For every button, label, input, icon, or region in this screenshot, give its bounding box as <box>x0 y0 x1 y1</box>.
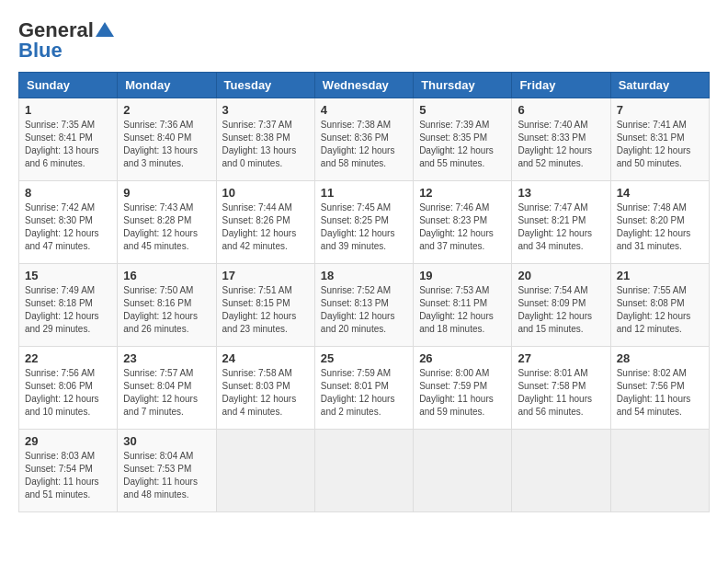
daylight: Daylight: 12 hours and 42 minutes. <box>222 228 297 251</box>
daylight: Daylight: 12 hours and 31 minutes. <box>617 228 691 251</box>
cell-content: Sunrise: 7:58 AM Sunset: 8:03 PM Dayligh… <box>222 367 309 419</box>
sunset: Sunset: 7:54 PM <box>25 464 93 474</box>
cell-content: Sunrise: 7:53 AM Sunset: 8:11 PM Dayligh… <box>419 284 506 336</box>
sunset: Sunset: 8:28 PM <box>123 215 191 225</box>
calendar-cell <box>610 430 709 512</box>
day-number: 8 <box>25 186 111 200</box>
calendar-cell: 6 Sunrise: 7:40 AM Sunset: 8:33 PM Dayli… <box>512 98 610 181</box>
calendar-week: 29 Sunrise: 8:03 AM Sunset: 7:54 PM Dayl… <box>19 430 710 512</box>
daylight: Daylight: 12 hours and 52 minutes. <box>518 145 592 168</box>
calendar-cell: 2 Sunrise: 7:36 AM Sunset: 8:40 PM Dayli… <box>118 98 216 181</box>
calendar-cell: 23 Sunrise: 7:57 AM Sunset: 8:04 PM Dayl… <box>118 347 216 430</box>
daylight: Daylight: 12 hours and 10 minutes. <box>25 394 99 417</box>
calendar-cell: 9 Sunrise: 7:43 AM Sunset: 8:28 PM Dayli… <box>118 181 216 264</box>
weekday-header: Saturday <box>610 73 709 98</box>
daylight: Daylight: 11 hours and 54 minutes. <box>617 394 691 417</box>
sunset: Sunset: 8:40 PM <box>123 132 191 143</box>
daylight: Daylight: 11 hours and 51 minutes. <box>25 477 99 500</box>
day-number: 22 <box>25 351 111 365</box>
daylight: Daylight: 12 hours and 29 minutes. <box>25 311 99 334</box>
calendar-cell: 11 Sunrise: 7:45 AM Sunset: 8:25 PM Dayl… <box>314 181 413 264</box>
calendar-cell: 15 Sunrise: 7:49 AM Sunset: 8:18 PM Dayl… <box>19 264 118 347</box>
sunset: Sunset: 8:30 PM <box>25 215 93 225</box>
calendar-cell: 22 Sunrise: 7:56 AM Sunset: 8:06 PM Dayl… <box>19 347 118 430</box>
cell-content: Sunrise: 7:59 AM Sunset: 8:01 PM Dayligh… <box>321 367 407 419</box>
sunrise: Sunrise: 7:54 AM <box>518 285 587 295</box>
calendar-cell <box>314 430 413 512</box>
sunset: Sunset: 8:04 PM <box>123 381 191 391</box>
calendar-cell: 14 Sunrise: 7:48 AM Sunset: 8:20 PM Dayl… <box>610 181 709 264</box>
cell-content: Sunrise: 7:57 AM Sunset: 8:04 PM Dayligh… <box>123 367 210 419</box>
cell-content: Sunrise: 7:42 AM Sunset: 8:30 PM Dayligh… <box>25 201 111 253</box>
calendar: SundayMondayTuesdayWednesdayThursdayFrid… <box>18 72 710 512</box>
daylight: Daylight: 13 hours and 6 minutes. <box>25 145 99 168</box>
cell-content: Sunrise: 7:41 AM Sunset: 8:31 PM Dayligh… <box>617 119 703 170</box>
calendar-cell: 13 Sunrise: 7:47 AM Sunset: 8:21 PM Dayl… <box>512 181 610 264</box>
calendar-cell <box>216 430 314 512</box>
calendar-cell: 26 Sunrise: 8:00 AM Sunset: 7:59 PM Dayl… <box>414 347 512 430</box>
cell-content: Sunrise: 7:35 AM Sunset: 8:41 PM Dayligh… <box>25 119 111 170</box>
sunrise: Sunrise: 7:48 AM <box>617 202 687 213</box>
sunset: Sunset: 8:06 PM <box>25 381 93 391</box>
day-number: 10 <box>222 186 309 200</box>
sunrise: Sunrise: 7:40 AM <box>518 120 587 130</box>
daylight: Daylight: 11 hours and 59 minutes. <box>419 394 494 417</box>
cell-content: Sunrise: 7:39 AM Sunset: 8:35 PM Dayligh… <box>419 119 506 170</box>
cell-content: Sunrise: 8:01 AM Sunset: 7:58 PM Dayligh… <box>518 367 604 419</box>
sunrise: Sunrise: 7:51 AM <box>222 285 292 295</box>
day-number: 29 <box>25 434 111 448</box>
calendar-cell: 8 Sunrise: 7:42 AM Sunset: 8:30 PM Dayli… <box>19 181 118 264</box>
daylight: Daylight: 11 hours and 48 minutes. <box>123 477 198 500</box>
day-number: 30 <box>123 434 210 448</box>
sunset: Sunset: 8:23 PM <box>419 215 487 225</box>
cell-content: Sunrise: 7:55 AM Sunset: 8:08 PM Dayligh… <box>617 284 703 336</box>
calendar-body: 1 Sunrise: 7:35 AM Sunset: 8:41 PM Dayli… <box>19 98 710 512</box>
cell-content: Sunrise: 7:47 AM Sunset: 8:21 PM Dayligh… <box>518 201 604 253</box>
day-number: 15 <box>25 269 111 282</box>
day-number: 1 <box>25 103 111 117</box>
day-number: 14 <box>617 186 703 200</box>
cell-content: Sunrise: 8:04 AM Sunset: 7:53 PM Dayligh… <box>123 450 210 501</box>
cell-content: Sunrise: 7:37 AM Sunset: 8:38 PM Dayligh… <box>222 119 309 170</box>
calendar-cell: 4 Sunrise: 7:38 AM Sunset: 8:36 PM Dayli… <box>314 98 413 181</box>
calendar-cell: 30 Sunrise: 8:04 AM Sunset: 7:53 PM Dayl… <box>118 430 216 512</box>
sunset: Sunset: 8:20 PM <box>617 215 685 225</box>
cell-content: Sunrise: 7:54 AM Sunset: 8:09 PM Dayligh… <box>518 284 604 336</box>
sunrise: Sunrise: 7:55 AM <box>617 285 687 295</box>
daylight: Daylight: 12 hours and 2 minutes. <box>321 394 395 417</box>
daylight: Daylight: 13 hours and 0 minutes. <box>222 145 297 168</box>
sunrise: Sunrise: 7:35 AM <box>25 120 95 130</box>
calendar-week: 15 Sunrise: 7:49 AM Sunset: 8:18 PM Dayl… <box>19 264 710 347</box>
sunrise: Sunrise: 7:36 AM <box>123 120 193 130</box>
logo-blue: Blue <box>18 39 63 63</box>
sunset: Sunset: 8:33 PM <box>518 132 586 143</box>
sunrise: Sunrise: 7:38 AM <box>321 120 391 130</box>
cell-content: Sunrise: 7:40 AM Sunset: 8:33 PM Dayligh… <box>518 119 604 170</box>
daylight: Daylight: 12 hours and 7 minutes. <box>123 394 198 417</box>
sunrise: Sunrise: 8:02 AM <box>617 368 687 378</box>
sunset: Sunset: 8:09 PM <box>518 298 586 308</box>
calendar-cell: 5 Sunrise: 7:39 AM Sunset: 8:35 PM Dayli… <box>414 98 512 181</box>
daylight: Daylight: 12 hours and 39 minutes. <box>321 228 395 251</box>
day-number: 12 <box>419 186 506 200</box>
calendar-header: SundayMondayTuesdayWednesdayThursdayFrid… <box>19 73 710 98</box>
cell-content: Sunrise: 8:02 AM Sunset: 7:56 PM Dayligh… <box>617 367 703 419</box>
daylight: Daylight: 12 hours and 47 minutes. <box>25 228 99 251</box>
weekday-header: Sunday <box>19 73 118 98</box>
logo-icon <box>96 22 114 37</box>
sunset: Sunset: 8:41 PM <box>25 132 93 143</box>
cell-content: Sunrise: 7:46 AM Sunset: 8:23 PM Dayligh… <box>419 201 506 253</box>
sunset: Sunset: 8:35 PM <box>419 132 487 143</box>
day-number: 4 <box>321 103 407 117</box>
page-header: General Blue <box>18 18 710 63</box>
cell-content: Sunrise: 7:43 AM Sunset: 8:28 PM Dayligh… <box>123 201 210 253</box>
day-number: 27 <box>518 351 604 365</box>
day-number: 23 <box>123 351 210 365</box>
sunrise: Sunrise: 8:00 AM <box>419 368 489 378</box>
sunset: Sunset: 8:25 PM <box>321 215 389 225</box>
daylight: Daylight: 12 hours and 15 minutes. <box>518 311 592 334</box>
sunrise: Sunrise: 7:41 AM <box>617 120 687 130</box>
calendar-cell: 12 Sunrise: 7:46 AM Sunset: 8:23 PM Dayl… <box>414 181 512 264</box>
daylight: Daylight: 11 hours and 56 minutes. <box>518 394 592 417</box>
sunrise: Sunrise: 8:01 AM <box>518 368 587 378</box>
